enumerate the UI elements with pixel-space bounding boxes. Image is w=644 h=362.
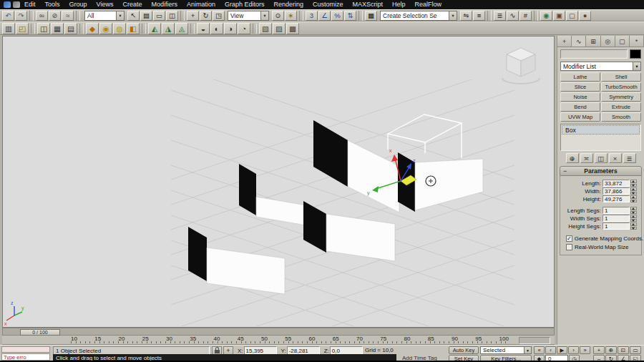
pin-stack-icon[interactable]: ⊕ <box>566 153 579 163</box>
modifier-preset-button[interactable]: UVW Map <box>560 112 600 122</box>
tab-create[interactable]: + <box>557 36 572 47</box>
modifier-preset-button[interactable]: Bend <box>560 102 600 112</box>
extra-tool-icon[interactable]: ▧ <box>259 23 272 34</box>
modifier-list-dropdown[interactable]: Modifier List ▼ <box>560 62 641 71</box>
menu-item[interactable]: Customize <box>313 0 343 9</box>
angle-snap-icon[interactable]: ∠ <box>318 11 331 21</box>
realflow-import-icon[interactable]: ◮ <box>162 23 175 34</box>
play-button[interactable]: ▶ <box>557 346 567 354</box>
window-crossing-icon[interactable]: ◫ <box>166 11 178 21</box>
align-icon[interactable]: ≡ <box>473 11 485 21</box>
snap-toggle-3d-icon[interactable]: 3 <box>306 11 318 21</box>
select-and-rotate-icon[interactable]: ↻ <box>200 11 212 21</box>
select-and-link-icon[interactable]: ∞ <box>36 11 48 21</box>
track-bar[interactable]: 0 / 100 <box>2 328 555 336</box>
object-color-swatch[interactable] <box>630 49 641 59</box>
curve-editor-icon[interactable]: ∿ <box>507 11 519 21</box>
spacing-tool-icon[interactable]: ▤ <box>64 23 77 34</box>
phoenix-icon[interactable]: ◐ <box>210 23 223 34</box>
menu-item[interactable]: Group <box>69 0 87 9</box>
modifier-preset-button[interactable]: Lathe <box>560 72 600 82</box>
use-pivot-center-icon[interactable]: ⊙ <box>272 11 284 21</box>
scene-wall-boxes[interactable] <box>188 120 483 294</box>
selection-filter-dropdown[interactable]: All ▼ <box>84 11 125 21</box>
modifier-preset-button[interactable]: Symmetry <box>601 92 641 102</box>
array-icon[interactable]: ▦ <box>51 23 64 34</box>
spinner[interactable] <box>630 215 637 222</box>
param-field[interactable]: 1 <box>602 207 630 214</box>
render-setup-icon[interactable]: ▣ <box>553 11 565 21</box>
timeline-end-buttons[interactable] <box>519 337 550 344</box>
material-editor-icon[interactable]: ◉ <box>540 11 552 21</box>
tab-utilities[interactable]: * <box>630 36 644 47</box>
spinner[interactable] <box>630 180 637 187</box>
maxscript-mini-listener[interactable] <box>1 346 50 353</box>
remove-modifier-icon[interactable]: × <box>609 153 622 163</box>
menu-item[interactable]: MAXScript <box>353 0 384 9</box>
multiscatter-icon[interactable]: ◑ <box>224 23 237 34</box>
menu-item[interactable]: Modifiers <box>151 0 177 9</box>
go-to-end-button[interactable]: » <box>580 346 590 354</box>
modifier-preset-button[interactable]: Noise <box>560 92 600 102</box>
next-frame-button[interactable]: › <box>568 346 579 354</box>
make-unique-icon[interactable]: ◫ <box>595 153 608 163</box>
frost-icon[interactable]: ◧ <box>127 23 140 34</box>
show-end-result-icon[interactable]: ≍ <box>580 153 593 163</box>
edit-named-sets-icon[interactable]: ▦ <box>365 11 377 21</box>
previous-frame-button[interactable]: ‹ <box>545 346 556 354</box>
app-logo-icon[interactable] <box>4 1 11 8</box>
percent-snap-icon[interactable]: % <box>331 11 343 21</box>
checkbox[interactable] <box>566 235 572 242</box>
container-icon[interactable]: ◰ <box>16 23 29 34</box>
checkbox[interactable] <box>566 244 572 250</box>
param-field[interactable]: 1 <box>602 215 630 222</box>
tab-modify[interactable]: ∿ <box>572 36 586 47</box>
scene-explorer-icon[interactable]: ▥ <box>2 23 15 34</box>
mirror-icon[interactable]: ⇋ <box>460 11 472 21</box>
vray-toolbar-icon[interactable]: ◒ <box>197 23 210 34</box>
tab-display[interactable]: ▢ <box>615 36 630 47</box>
unlink-selection-icon[interactable]: ⊘ <box>49 11 61 21</box>
modifier-preset-button[interactable]: Slice <box>560 82 600 92</box>
spinner-snap-icon[interactable]: ⇅ <box>344 11 356 21</box>
fumefx-icon[interactable]: ◉ <box>99 23 112 34</box>
viewcube[interactable] <box>502 48 540 84</box>
forestpack-icon[interactable]: ◔ <box>238 23 250 34</box>
menu-item[interactable]: RealFlow <box>415 0 442 9</box>
select-and-scale-icon[interactable]: ◳ <box>213 11 225 21</box>
animate-selected-dropdown[interactable]: Selected ▼ <box>480 346 532 354</box>
spinner[interactable] <box>630 195 637 202</box>
zoom-all-icon[interactable]: ⊕ <box>605 346 617 354</box>
select-object-icon[interactable]: ↖ <box>127 11 140 21</box>
menu-item[interactable]: Rendering <box>274 0 304 9</box>
param-field[interactable]: 1 <box>602 222 630 230</box>
redo-icon[interactable]: ↷ <box>15 11 27 21</box>
named-selection-sets-dropdown[interactable]: Create Selection Se ▼ <box>380 11 457 21</box>
select-by-name-icon[interactable]: ▤ <box>140 11 152 21</box>
auto-key-button[interactable]: Auto Key <box>449 346 479 354</box>
param-field[interactable]: 49,276 <box>602 195 630 202</box>
reference-coordinate-dropdown[interactable]: View ▼ <box>228 11 269 21</box>
extra-tool-icon[interactable]: ▨ <box>273 23 286 34</box>
menu-item[interactable]: Help <box>392 0 406 9</box>
menu-item[interactable]: Animation <box>187 0 215 9</box>
rendered-frame-icon[interactable]: ▢ <box>566 11 578 21</box>
realflow-mesh-icon[interactable]: ◭ <box>148 23 161 34</box>
menu-item[interactable]: Graph Editors <box>225 0 265 9</box>
modifier-preset-button[interactable]: Shell <box>601 72 641 82</box>
selection-region-icon[interactable]: ▭ <box>153 11 165 21</box>
timeline-ruler[interactable]: 101520253035404550556065707580859095100 <box>2 336 555 345</box>
menu-item[interactable]: Edit <box>24 0 36 9</box>
viewport-canvas[interactable]: x y z x y z <box>3 36 554 327</box>
spinner[interactable] <box>630 222 637 230</box>
undo-icon[interactable]: ↶ <box>2 11 14 21</box>
rollout-header[interactable]: − Parameters <box>560 166 642 176</box>
zoom-extents-icon[interactable]: ⊡ <box>618 346 629 354</box>
modifier-preset-button[interactable]: TurboSmooth <box>601 82 641 92</box>
spinner[interactable] <box>630 187 637 195</box>
spinner[interactable] <box>630 207 637 214</box>
menu-item[interactable]: Views <box>97 0 114 9</box>
param-field[interactable]: 37,866 <box>602 187 630 195</box>
configure-stack-icon[interactable]: ≣ <box>623 153 636 163</box>
app-secondary-icon[interactable] <box>13 1 20 8</box>
